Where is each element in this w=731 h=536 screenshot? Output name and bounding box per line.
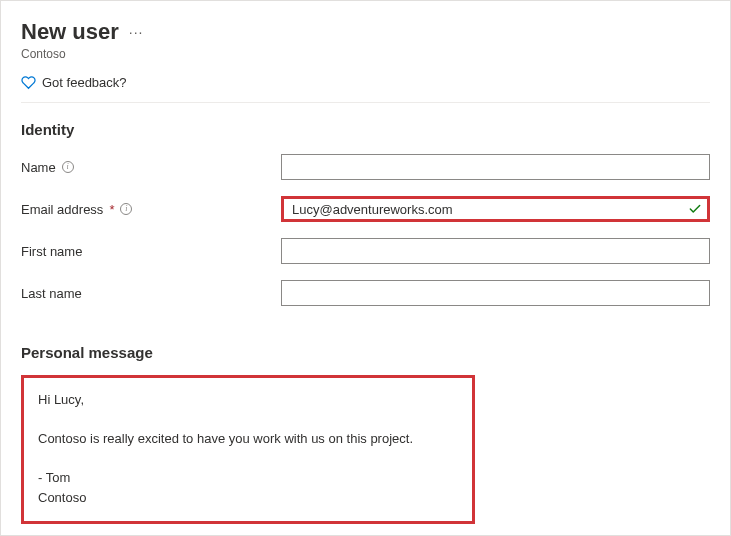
last-name-label-text: Last name — [21, 286, 82, 301]
email-input[interactable] — [281, 196, 710, 222]
feedback-label: Got feedback? — [42, 75, 127, 90]
email-label: Email address * i — [21, 202, 281, 217]
page-title: New user — [21, 19, 119, 45]
required-asterisk: * — [109, 202, 114, 217]
first-name-label-text: First name — [21, 244, 82, 259]
last-name-label: Last name — [21, 286, 281, 301]
identity-heading: Identity — [21, 121, 710, 138]
last-name-input[interactable] — [281, 280, 710, 306]
checkmark-icon — [688, 202, 702, 216]
first-name-input-wrap — [281, 238, 710, 264]
name-label: Name i — [21, 160, 281, 175]
feedback-link[interactable]: Got feedback? — [21, 75, 710, 103]
personal-message-textarea[interactable]: Hi Lucy, Contoso is really excited to ha… — [21, 375, 475, 524]
tenant-subtitle: Contoso — [21, 47, 710, 61]
heart-icon — [21, 75, 36, 90]
first-name-label: First name — [21, 244, 281, 259]
title-row: New user ··· — [21, 19, 710, 45]
email-row: Email address * i — [21, 196, 710, 222]
last-name-row: Last name — [21, 280, 710, 306]
first-name-row: First name — [21, 238, 710, 264]
name-input[interactable] — [281, 154, 710, 180]
last-name-input-wrap — [281, 280, 710, 306]
new-user-panel: New user ··· Contoso Got feedback? Ident… — [1, 1, 730, 536]
personal-message-heading: Personal message — [21, 344, 710, 361]
more-actions-icon[interactable]: ··· — [129, 24, 144, 40]
name-row: Name i — [21, 154, 710, 180]
email-label-text: Email address — [21, 202, 103, 217]
first-name-input[interactable] — [281, 238, 710, 264]
name-input-wrap — [281, 154, 710, 180]
info-icon[interactable]: i — [120, 203, 132, 215]
name-label-text: Name — [21, 160, 56, 175]
email-input-wrap — [281, 196, 710, 222]
info-icon[interactable]: i — [62, 161, 74, 173]
